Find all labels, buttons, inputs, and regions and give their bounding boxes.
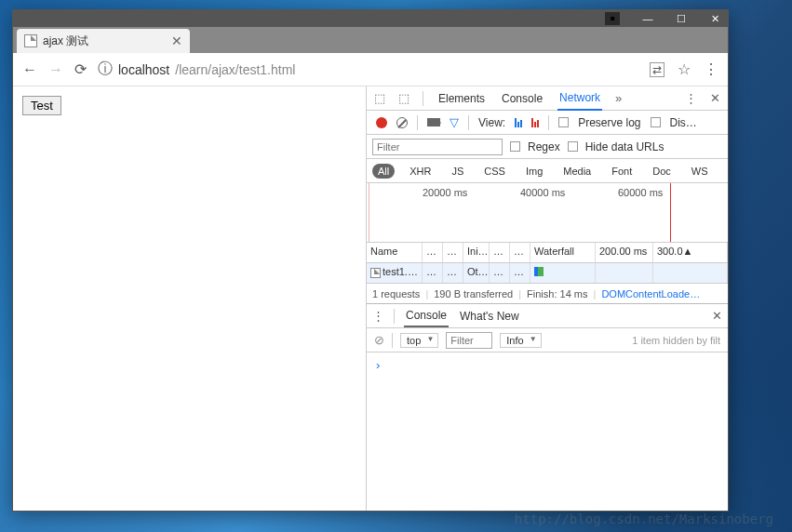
devtools-close-icon[interactable]: ✕ xyxy=(710,91,720,105)
col-size[interactable]: … xyxy=(490,243,510,262)
network-summary: 1 requests | 190 B transferred | Finish:… xyxy=(367,284,728,304)
type-js[interactable]: JS xyxy=(446,164,469,179)
tab-title: ajax 测试 xyxy=(43,33,88,49)
loglevel-select[interactable]: Info xyxy=(500,333,541,348)
row-initiator: Ot… xyxy=(463,263,490,283)
drawer-menu-icon[interactable]: ⋮ xyxy=(372,309,384,323)
browser-menu-icon[interactable]: ⋮ xyxy=(704,60,718,78)
maximize-button[interactable]: ☐ xyxy=(676,13,687,24)
record-button[interactable] xyxy=(376,117,387,128)
devtools-panel: ⬚ ⬚ Elements Console Network » ⋮ ✕ ▽ Vie… xyxy=(367,86,728,511)
col-name[interactable]: Name xyxy=(367,243,423,262)
window-titlebar: ▪ — ☐ ✕ xyxy=(13,10,728,27)
col-300ms: 300.0▲ xyxy=(653,243,728,262)
tab-console[interactable]: Console xyxy=(500,87,544,110)
tl-20000: 20000 ms xyxy=(423,187,467,198)
type-manifest[interactable]: Manifest xyxy=(723,164,728,179)
nav-right-icons: ⇄ ☆ ⋮ xyxy=(650,60,718,78)
bookmark-icon[interactable]: ☆ xyxy=(678,60,691,78)
more-tabs-icon[interactable]: » xyxy=(615,91,622,105)
row-name: test1.… xyxy=(367,263,423,283)
devtools-tabbar: ⬚ ⬚ Elements Console Network » ⋮ ✕ xyxy=(367,86,728,111)
tl-40000: 40000 ms xyxy=(520,187,565,198)
watermark: http://blog.csdn.net/Marksinoberg xyxy=(515,512,773,526)
browser-window: ▪ — ☐ ✕ ajax 测试 ✕ ← → ⟳ ⓘ localhost/lear… xyxy=(12,9,729,512)
preserve-log-label: Preserve log xyxy=(578,116,640,129)
clear-button[interactable] xyxy=(396,117,408,128)
row-type: … xyxy=(443,263,463,283)
browser-tab[interactable]: ajax 测试 ✕ xyxy=(17,29,190,53)
tl-start-line xyxy=(369,183,369,242)
network-toolbar: ▽ View: Preserve log Dis… xyxy=(367,111,728,135)
url-host: localhost xyxy=(118,62,169,77)
screenshot-icon[interactable] xyxy=(427,118,440,126)
regex-checkbox[interactable] xyxy=(510,141,520,152)
minimize-button[interactable]: — xyxy=(642,13,653,24)
type-font[interactable]: Font xyxy=(606,164,638,179)
translate-icon[interactable]: ⇄ xyxy=(650,62,664,77)
summary-requests: 1 requests xyxy=(372,288,420,299)
console-toolbar: ⊘ top Info 1 item hidden by filt xyxy=(367,328,728,352)
col-status[interactable]: … xyxy=(423,243,443,262)
type-css[interactable]: CSS xyxy=(478,164,511,179)
drawer-close-icon[interactable]: ✕ xyxy=(712,309,722,323)
type-all[interactable]: All xyxy=(372,164,395,179)
summary-finish: Finish: 14 ms xyxy=(527,288,587,299)
device-toggle-icon[interactable]: ⬚ xyxy=(398,91,409,105)
user-icon[interactable]: ▪ xyxy=(605,12,620,25)
col-waterfall[interactable]: Waterfall xyxy=(530,243,596,262)
close-window-button[interactable]: ✕ xyxy=(709,13,720,24)
inspect-icon[interactable]: ⬚ xyxy=(374,91,385,105)
col-200ms: 200.00 ms xyxy=(596,243,653,262)
row-waterfall xyxy=(530,263,596,283)
context-select[interactable]: top xyxy=(400,333,438,348)
type-img[interactable]: Img xyxy=(520,164,548,179)
filter-icon[interactable]: ▽ xyxy=(450,115,459,129)
large-rows-icon[interactable] xyxy=(515,118,522,127)
overview-icon[interactable] xyxy=(531,118,539,127)
console-body[interactable]: › xyxy=(367,352,728,511)
tab-elements[interactable]: Elements xyxy=(436,87,487,110)
page-body: Test xyxy=(13,86,367,511)
type-filter-row: All XHR JS CSS Img Media Font Doc WS Man… xyxy=(367,159,728,183)
disable-cache-checkbox[interactable] xyxy=(651,117,661,127)
hide-urls-checkbox[interactable] xyxy=(568,141,578,152)
timeline-overview[interactable]: 20000 ms 40000 ms 60000 ms xyxy=(367,183,728,243)
type-media[interactable]: Media xyxy=(557,164,597,179)
filter-row: Regex Hide data URLs xyxy=(367,135,728,159)
disable-cache-label: Dis… xyxy=(670,116,697,129)
row-time: … xyxy=(510,263,530,283)
hide-urls-label: Hide data URLs xyxy=(585,140,664,153)
col-initiator[interactable]: Ini… xyxy=(463,243,490,262)
drawer-tabbar: ⋮ Console What's New ✕ xyxy=(367,304,728,328)
summary-dcl: DOMContentLoade… xyxy=(601,288,700,299)
browser-tabstrip: ajax 测试 ✕ xyxy=(13,27,728,53)
network-row[interactable]: test1.… … … Ot… … … xyxy=(367,263,728,284)
separator xyxy=(423,91,423,106)
console-clear-icon[interactable]: ⊘ xyxy=(374,333,384,347)
type-ws[interactable]: WS xyxy=(686,164,714,179)
type-xhr[interactable]: XHR xyxy=(404,164,436,179)
hidden-items-label: 1 item hidden by filt xyxy=(632,335,720,346)
console-filter-input[interactable] xyxy=(446,332,492,349)
tab-network[interactable]: Network xyxy=(557,86,602,111)
row-size: … xyxy=(490,263,510,283)
summary-bytes: 190 B transferred xyxy=(434,288,513,299)
reload-button[interactable]: ⟳ xyxy=(74,60,87,78)
col-time[interactable]: … xyxy=(510,243,530,262)
view-label: View: xyxy=(478,116,505,129)
address-bar[interactable]: ⓘ localhost/learn/ajax/test1.html xyxy=(98,60,638,79)
test-button[interactable]: Test xyxy=(22,96,61,115)
network-filter-input[interactable] xyxy=(372,139,503,155)
site-info-icon[interactable]: ⓘ xyxy=(98,60,113,79)
col-type[interactable]: … xyxy=(443,243,463,262)
preserve-log-checkbox[interactable] xyxy=(558,117,569,127)
drawer-console-tab[interactable]: Console xyxy=(404,305,449,327)
forward-button: → xyxy=(48,61,63,78)
type-doc[interactable]: Doc xyxy=(647,164,677,179)
back-button[interactable]: ← xyxy=(22,61,37,78)
drawer-whatsnew-tab[interactable]: What's New xyxy=(458,306,521,326)
tab-close-button[interactable]: ✕ xyxy=(171,33,182,48)
row-status: … xyxy=(423,263,443,283)
devtools-menu-icon[interactable]: ⋮ xyxy=(685,91,697,105)
